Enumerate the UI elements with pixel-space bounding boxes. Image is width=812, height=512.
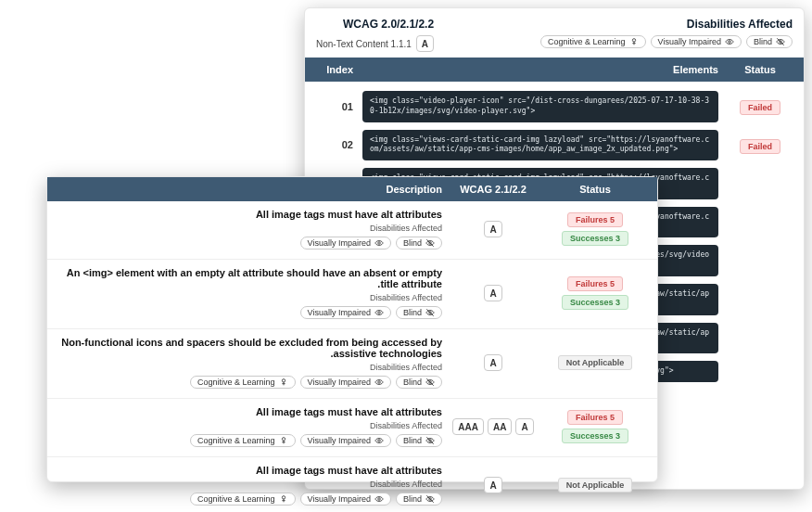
svg-point-3 [632, 39, 635, 42]
svg-point-12 [378, 381, 381, 384]
affected-label: Disabilities Affected [58, 421, 442, 430]
disability-pill: Visually Impaired [300, 306, 391, 319]
svg-point-16 [378, 440, 381, 442]
disability-pill: Visually Impaired [300, 493, 391, 506]
svg-point-9 [378, 312, 381, 314]
disabilities-title: Disabilities Affected [540, 18, 793, 31]
disability-pill: Cognitive & Learning [190, 376, 296, 389]
row-index: 02 [316, 139, 353, 150]
disability-pill: Blind [396, 237, 442, 250]
table-row[interactable]: 5 Failures3 SuccessesAAll image tags mus… [47, 201, 657, 260]
level-badge: A [484, 285, 501, 301]
rule-title: All image tags must have alt attributes [58, 209, 442, 220]
disability-pill: Blind [396, 376, 442, 389]
status-badge: 5 Failures [567, 410, 623, 425]
level-badge: AAA [452, 418, 484, 435]
affected-label: Disabilities Affected [58, 363, 442, 372]
table-row[interactable]: 5 Failures3 SuccessesAAAAAAAll image tag… [47, 399, 657, 457]
disabilities-pills: BlindVisually ImpairedCognitive & Learni… [58, 376, 442, 389]
disability-pill: Cognitive & Learning [190, 493, 296, 506]
status-badge: 5 Failures [567, 212, 623, 227]
disability-pill: Blind [396, 306, 442, 319]
wcag-title: WCAG 2.0/2.1/2.2 [343, 18, 434, 31]
table-row[interactable]: Not ApplicableAAll image tags must have … [47, 457, 657, 512]
level-badge: A [515, 418, 533, 435]
disabilities-pills: BlindVisually ImpairedCognitive & Learni… [58, 434, 442, 447]
svg-point-2 [729, 41, 731, 44]
code-snippet[interactable]: <img class="views-card-static-card-img l… [362, 130, 718, 161]
svg-point-20 [378, 498, 381, 501]
disability-pill: Blind [396, 434, 442, 447]
col-wcag: WCAG 2.1/2.2 [442, 184, 544, 195]
level-badge: A [484, 354, 501, 371]
disability-pill: Visually Impaired [300, 434, 391, 447]
svg-point-17 [282, 438, 285, 441]
code-snippet[interactable]: <img class="video-player-icon" src="/dis… [362, 91, 718, 122]
affected-label: Disabilities Affected [58, 224, 442, 233]
affected-label: Disabilities Affected [58, 293, 442, 302]
status-badge: 3 Successes [562, 295, 628, 310]
col-desc: Description [58, 184, 442, 195]
rule-title: An <img> element with an empty alt attri… [58, 267, 442, 289]
svg-point-6 [378, 242, 381, 245]
col-status: Status [728, 64, 793, 75]
summary-rows: 5 Failures3 SuccessesAAll image tags mus… [47, 201, 657, 512]
disability-pill: Cognitive & Learning [190, 434, 296, 447]
disability-pill: Blind [396, 493, 442, 506]
disability-pill: Visually Impaired [300, 376, 391, 389]
status-badge: 3 Successes [562, 429, 628, 443]
rule-title: Non-functional icons and spacers should … [58, 337, 442, 359]
rule-title: All image tags must have alt attributes [58, 465, 442, 476]
status-badge: Failed [740, 139, 780, 154]
col-elements: Elements [362, 64, 718, 75]
details-header: Disabilities Affected BlindVisually Impa… [305, 8, 804, 58]
disabilities-group: Disabilities Affected BlindVisually Impa… [540, 18, 793, 48]
disabilities-pills: BlindVisually ImpairedCognitive & Learni… [540, 35, 793, 48]
disability-pill: Cognitive & Learning [540, 35, 646, 48]
summary-panel: Status WCAG 2.1/2.2 Description 5 Failur… [46, 176, 658, 482]
svg-point-21 [282, 496, 285, 499]
details-table-head: Status Elements Index [305, 58, 804, 82]
criterion-line: A 1.1.1 Non-Text Content [316, 35, 434, 52]
level-badge: A [484, 221, 501, 237]
rule-title: All image tags must have alt attributes [58, 406, 442, 417]
disability-pill: Visually Impaired [651, 35, 742, 48]
col-status: Status [544, 184, 646, 195]
affected-label: Disabilities Affected [58, 480, 442, 489]
level-badge: AA [488, 418, 512, 435]
level-badge: A [416, 35, 434, 52]
disabilities-pills: BlindVisually ImpairedCognitive & Learni… [58, 493, 442, 506]
table-row[interactable]: 5 Failures3 SuccessesAAn <img> element w… [47, 260, 657, 329]
level-badge: A [484, 477, 501, 493]
col-index: Index [316, 64, 353, 75]
summary-table-head: Status WCAG 2.1/2.2 Description [47, 177, 657, 201]
disability-pill: Visually Impaired [300, 237, 391, 250]
status-badge: Not Applicable [558, 478, 633, 493]
row-index: 01 [316, 101, 353, 112]
status-badge: 5 Failures [567, 276, 623, 291]
status-badge: 3 Successes [562, 231, 628, 246]
disability-pill: Blind [746, 35, 793, 48]
status-badge: Not Applicable [558, 355, 633, 370]
table-row[interactable]: Not ApplicableANon-functional icons and … [47, 329, 657, 399]
criterion-text: 1.1.1 Non-Text Content [316, 39, 412, 49]
wcag-group: WCAG 2.0/2.1/2.2 A 1.1.1 Non-Text Conten… [316, 18, 434, 52]
svg-point-13 [282, 379, 285, 382]
disabilities-pills: BlindVisually Impaired [58, 237, 442, 250]
status-badge: Failed [740, 100, 780, 115]
table-row[interactable]: Failed<img class="views-card-static-card… [305, 126, 804, 165]
table-row[interactable]: Failed<img class="video-player-icon" src… [305, 87, 804, 126]
disabilities-pills: BlindVisually Impaired [58, 306, 442, 319]
